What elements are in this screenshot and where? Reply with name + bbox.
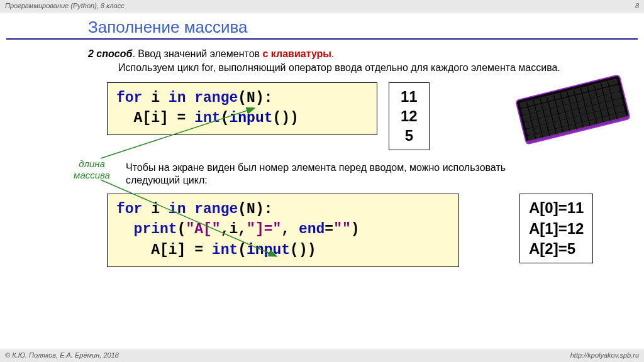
slide-header: Программирование (Python), 8 класс 8 bbox=[0, 0, 644, 13]
code-block-1: for i in range(N): A[i] = int(input()) bbox=[107, 82, 377, 135]
slide-title: Заполнение массива bbox=[88, 18, 644, 37]
array-length-label: длина массива bbox=[67, 158, 117, 181]
method-highlight: с клавиатуры bbox=[262, 48, 331, 59]
output-box-2: A[0]=11 A[1]=12 A[2]=5 bbox=[519, 194, 593, 263]
footer-copyright: © К.Ю. Поляков, Е.А. Ерёмин, 2018 bbox=[5, 351, 119, 360]
slide-footer: © К.Ю. Поляков, Е.А. Ерёмин, 2018 http:/… bbox=[0, 349, 644, 362]
output-box-1: 11 12 5 bbox=[389, 82, 430, 150]
keyboard-image bbox=[515, 74, 631, 148]
method-label: 2 способ bbox=[88, 48, 132, 59]
title-divider bbox=[6, 38, 638, 40]
code-block-2: for i in range(N): print("A[",i,"]=", en… bbox=[107, 194, 459, 267]
footer-url: http://kpolyakov.spb.ru bbox=[570, 351, 639, 360]
paragraph-2: Чтобы на экране виден был номер элемента… bbox=[126, 162, 553, 188]
header-left: Программирование (Python), 8 класс bbox=[5, 2, 125, 11]
method-line: 2 способ. Ввод значений элементов с клав… bbox=[88, 48, 619, 60]
header-page-number: 8 bbox=[635, 2, 639, 11]
description-text: Используем цикл for, выполняющий операто… bbox=[118, 62, 619, 74]
row-2: for i in range(N): print("A[",i,"]=", en… bbox=[107, 194, 644, 267]
